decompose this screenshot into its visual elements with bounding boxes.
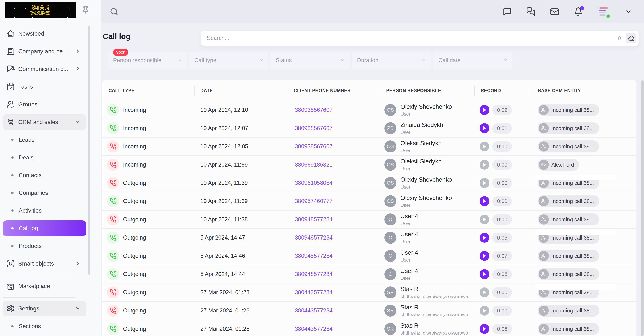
sidebar-item-crm-and-sales[interactable]: CRM and sales — [0, 113, 91, 131]
filter-call-date[interactable]: Call date — [433, 52, 512, 69]
client-phone-link[interactable]: 380443577284 — [294, 289, 334, 296]
crm-entity-pill[interactable]: Incoming call 38... — [538, 104, 599, 116]
person-avatar[interactable]: SR — [384, 305, 396, 317]
filter-call-type[interactable]: Call type — [189, 52, 268, 69]
chevron-right-icon — [75, 48, 80, 55]
sidebar-item-leads[interactable]: Leads — [0, 131, 91, 149]
person-avatar[interactable]: C — [384, 268, 396, 280]
avatar[interactable] — [597, 6, 609, 18]
play-button[interactable] — [480, 233, 490, 243]
play-button[interactable] — [480, 196, 490, 206]
sidebar-item-label: Newsfeed — [18, 30, 44, 37]
person-avatar[interactable]: OS — [384, 195, 396, 207]
table-row: Outgoing 5 Apr 2024, 14:44 380948577284 … — [102, 265, 636, 283]
person-avatar[interactable]: SR — [384, 286, 396, 298]
chats-icon[interactable] — [526, 7, 536, 17]
play-button[interactable] — [480, 306, 490, 315]
crm-entity-pill[interactable]: Incoming call 38... — [538, 213, 599, 225]
sidebar-item-call-log[interactable]: Call log — [0, 219, 91, 237]
record-duration: 0:02 — [492, 105, 512, 115]
crm-entity-pill[interactable]: Incoming call 38... — [538, 250, 599, 262]
record-duration: 0:00 — [492, 178, 512, 188]
clear-search-button[interactable] — [626, 33, 636, 44]
sidebar-item-groups[interactable]: Groups — [0, 96, 91, 113]
page-scrollbar[interactable] — [641, 80, 644, 336]
search-input[interactable] — [201, 35, 618, 42]
sidebar-item-sections[interactable]: Sections — [0, 317, 91, 335]
person-avatar[interactable]: OS — [384, 159, 396, 171]
person-avatar[interactable]: OS — [384, 104, 396, 116]
client-phone-link[interactable]: 380948577284 — [294, 270, 334, 278]
sidebar-item-deals[interactable]: Deals — [0, 149, 91, 166]
sidebar-item-newsfeed[interactable]: Newsfeed — [0, 25, 91, 43]
sidebar-item-label: Tasks — [18, 83, 33, 90]
call-type-cell: Incoming — [102, 138, 194, 155]
crm-entity-pill[interactable]: Incoming call 38... — [538, 305, 599, 317]
sidebar-item-settings[interactable]: Settings — [0, 300, 91, 317]
client-phone-link[interactable]: 380443577284 — [294, 307, 334, 314]
person-cell: OS Olexiy Shevchenko User — [380, 174, 474, 192]
person-avatar[interactable]: OS — [384, 177, 396, 189]
call-date: 10 Apr 2024, 11:39 — [200, 180, 248, 186]
play-button[interactable] — [480, 214, 490, 224]
play-button[interactable] — [480, 123, 490, 133]
crm-entity-pill[interactable]: АИ Alex Ford — [538, 159, 579, 171]
chevron-down-icon[interactable] — [624, 7, 633, 17]
client-phone-link[interactable]: 380938567607 — [294, 106, 334, 114]
play-button[interactable] — [480, 287, 490, 297]
client-phone-link[interactable]: 380948577284 — [294, 252, 334, 260]
crm-entity-pill[interactable]: Incoming call 38... — [538, 268, 599, 280]
table-row: Incoming 10 Apr 2024, 11:59 380669186321… — [102, 156, 636, 174]
date-cell: 27 Mar 2024, 01:25 — [194, 320, 288, 336]
person-avatar[interactable]: ZS — [384, 122, 396, 134]
chat-icon[interactable] — [502, 7, 512, 17]
play-button[interactable] — [480, 251, 490, 261]
client-phone-link[interactable]: 380948577284 — [294, 216, 334, 223]
play-button[interactable] — [480, 105, 490, 115]
client-phone-link[interactable]: 380938567607 — [294, 125, 334, 132]
sidebar-item-communication-c[interactable]: Communication c... — [0, 60, 91, 78]
crm-icon — [6, 118, 15, 126]
client-phone-link[interactable]: 380669186321 — [294, 161, 334, 168]
crm-entity-pill[interactable]: Incoming call 38... — [538, 140, 599, 153]
person-name: User 4 — [400, 213, 418, 220]
person-avatar[interactable]: OS — [384, 140, 396, 153]
crm-entity-pill[interactable]: Incoming call 38... — [538, 195, 599, 207]
record-cell: 0:05 — [474, 229, 529, 247]
play-button[interactable] — [480, 160, 490, 170]
crm-entity-pill[interactable]: Incoming call 38... — [538, 122, 599, 134]
sidebar-scrollbar[interactable] — [88, 26, 90, 274]
person-avatar[interactable]: C — [384, 213, 396, 225]
filter-person-responsible[interactable]: SoonPerson responsible — [108, 52, 187, 69]
search-icon[interactable] — [110, 7, 119, 17]
sidebar-item-marketplace[interactable]: Marketplace — [0, 277, 91, 295]
sidebar-item-tasks[interactable]: Tasks — [0, 78, 91, 96]
mail-icon[interactable] — [550, 7, 560, 17]
communication-icon — [6, 65, 15, 73]
person-avatar[interactable]: SR — [384, 323, 396, 335]
pin-icon[interactable] — [82, 6, 90, 15]
sidebar-item-activities[interactable]: Activities — [0, 202, 91, 219]
sidebar-item-companies[interactable]: Companies — [0, 184, 91, 202]
app-logo[interactable]: STAR WARS — [4, 2, 76, 19]
client-phone-link[interactable]: 380443577284 — [294, 325, 334, 332]
sidebar-item-smart-objects[interactable]: Smart objects — [0, 255, 91, 272]
crm-entity-label: Incoming call 38... — [551, 289, 594, 295]
client-phone-link[interactable]: 380957460777 — [294, 198, 334, 205]
person-avatar[interactable]: C — [384, 232, 396, 244]
client-phone-link[interactable]: 380938567607 — [294, 143, 334, 150]
client-phone-link[interactable]: 380961058084 — [294, 179, 334, 187]
person-avatar[interactable]: C — [384, 250, 396, 262]
filter-duration[interactable]: Duration — [352, 52, 431, 69]
sidebar-item-products[interactable]: Products — [0, 237, 91, 255]
sidebar-item-company-and-pe[interactable]: Company and pe... — [0, 43, 91, 60]
client-phone-link[interactable]: 380948577284 — [294, 234, 334, 241]
sidebar-item-contacts[interactable]: Contacts — [0, 166, 91, 184]
play-button[interactable] — [480, 324, 490, 334]
crm-entity-pill[interactable]: Incoming call 38... — [538, 323, 599, 335]
play-button[interactable] — [480, 142, 490, 151]
filter-status[interactable]: Status — [270, 52, 350, 69]
play-button[interactable] — [480, 178, 490, 188]
bell-icon[interactable] — [574, 7, 583, 17]
play-button[interactable] — [480, 269, 490, 279]
